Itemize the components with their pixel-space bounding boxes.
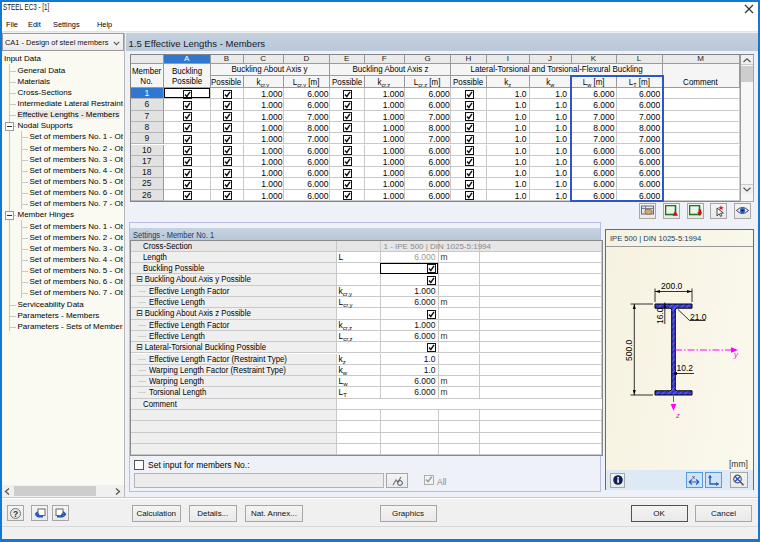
- svg-text:x: x: [692, 474, 695, 480]
- svg-text:10.2: 10.2: [677, 363, 694, 373]
- svg-text:200.0: 200.0: [661, 281, 683, 291]
- svg-text:500.0: 500.0: [624, 339, 634, 361]
- svg-text:?: ?: [13, 508, 18, 518]
- svg-text:z: z: [675, 411, 680, 420]
- svg-text:y: y: [733, 350, 739, 359]
- svg-text:16.0: 16.0: [655, 307, 665, 324]
- svg-text:21.0: 21.0: [690, 312, 707, 322]
